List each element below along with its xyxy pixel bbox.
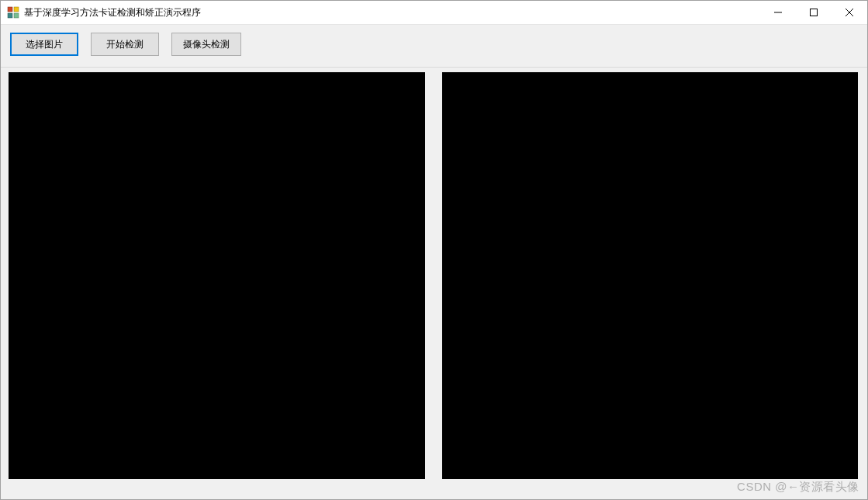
titlebar: 基于深度学习方法卡证检测和矫正演示程序 [1,1,867,25]
svg-rect-5 [811,9,818,16]
titlebar-left: 基于深度学习方法卡证检测和矫正演示程序 [7,6,201,19]
image-panel-left [9,72,425,479]
app-icon [7,6,19,19]
maximize-button[interactable] [796,1,832,24]
image-panel-right [442,72,859,479]
close-button[interactable] [832,1,867,24]
svg-rect-3 [14,13,19,18]
window-title: 基于深度学习方法卡证检测和矫正演示程序 [24,6,201,19]
content-area [1,68,867,499]
toolbar: 选择图片 开始检测 摄像头检测 [1,25,867,68]
svg-rect-0 [8,7,12,12]
window-controls [760,1,867,24]
svg-rect-2 [8,13,12,18]
app-window: 基于深度学习方法卡证检测和矫正演示程序 选择图片 开始检测 摄像头检测 CSDN… [0,0,868,500]
start-detect-button[interactable]: 开始检测 [91,33,159,56]
camera-detect-button[interactable]: 摄像头检测 [171,33,241,56]
svg-rect-1 [14,7,19,12]
minimize-button[interactable] [760,1,796,24]
select-image-button[interactable]: 选择图片 [10,33,78,56]
